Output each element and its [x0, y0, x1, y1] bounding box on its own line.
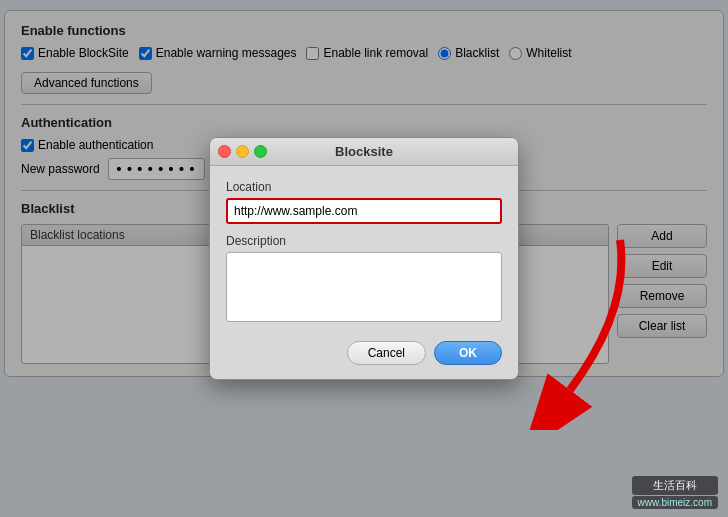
modal-body: Location Description Cancel OK	[210, 166, 518, 379]
ok-button[interactable]: OK	[434, 341, 502, 365]
description-textarea[interactable]	[226, 252, 502, 322]
maximize-icon[interactable]	[254, 145, 267, 158]
modal-title: Blocksite	[335, 144, 393, 159]
modal-titlebar: Blocksite	[210, 138, 518, 166]
location-label: Location	[226, 180, 502, 194]
cancel-button[interactable]: Cancel	[347, 341, 426, 365]
close-icon[interactable]	[218, 145, 231, 158]
description-label: Description	[226, 234, 502, 248]
modal-overlay: Blocksite Location Description Cancel OK	[0, 0, 728, 517]
minimize-icon[interactable]	[236, 145, 249, 158]
modal-window: Blocksite Location Description Cancel OK	[209, 137, 519, 380]
traffic-lights	[218, 145, 267, 158]
modal-buttons: Cancel OK	[226, 337, 502, 365]
location-input[interactable]	[226, 198, 502, 224]
